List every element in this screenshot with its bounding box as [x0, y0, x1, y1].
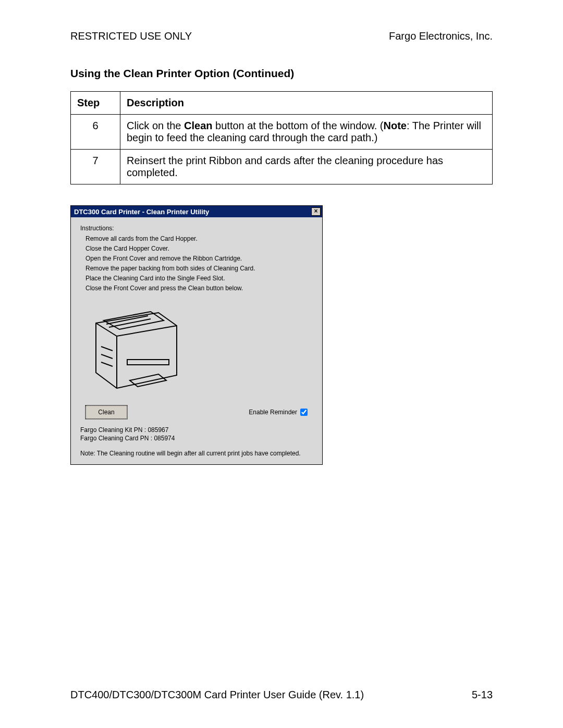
instructions-list: Remove all cards from the Card Hopper.Cl…	[85, 235, 313, 292]
step-number: 6	[71, 115, 120, 150]
dialog-note: Note: The Cleaning routine will begin af…	[80, 450, 313, 457]
col-step: Step	[71, 92, 120, 115]
col-desc: Description	[120, 92, 493, 115]
instruction-line: Close the Card Hopper Cover.	[85, 245, 313, 252]
header-right: Fargo Electronics, Inc.	[389, 30, 493, 42]
instruction-line: Place the Cleaning Card into the Single …	[85, 275, 313, 282]
instruction-line: Remove the paper backing from both sides…	[85, 265, 313, 272]
close-icon[interactable]: ×	[311, 207, 321, 216]
instruction-line: Remove all cards from the Card Hopper.	[85, 235, 313, 242]
steps-table: Step Description 6Click on the Clean but…	[70, 91, 493, 184]
table-row: 6Click on the Clean button at the bottom…	[71, 115, 493, 150]
reminder-checkbox[interactable]	[300, 409, 308, 416]
instructions-label: Instructions:	[80, 225, 313, 232]
printer-illustration	[80, 297, 313, 401]
section-title: Using the Clean Printer Option (Continue…	[70, 67, 493, 80]
kit-pn: Fargo Cleaning Kit PN : 085967	[80, 426, 313, 435]
card-pn: Fargo Cleaning Card PN : 085974	[80, 435, 313, 443]
step-description: Reinsert the print Ribbon and cards afte…	[120, 150, 493, 184]
step-description: Click on the Clean button at the bottom …	[120, 115, 493, 150]
svg-rect-0	[127, 360, 169, 365]
instruction-line: Open the Front Cover and remove the Ribb…	[85, 255, 313, 262]
reminder-label: Enable Reminder	[249, 409, 297, 416]
clean-button[interactable]: Clean	[85, 405, 127, 419]
header-left: RESTRICTED USE ONLY	[70, 30, 192, 42]
step-number: 7	[71, 150, 120, 184]
footer-right: 5-13	[472, 689, 493, 701]
instruction-line: Close the Front Cover and press the Clea…	[85, 285, 313, 292]
table-row: 7Reinsert the print Ribbon and cards aft…	[71, 150, 493, 184]
dialog-title: DTC300 Card Printer - Clean Printer Util…	[74, 208, 209, 216]
enable-reminder[interactable]: Enable Reminder	[249, 409, 308, 416]
footer-left: DTC400/DTC300/DTC300M Card Printer User …	[70, 689, 364, 701]
dialog-titlebar: DTC300 Card Printer - Clean Printer Util…	[71, 206, 322, 217]
clean-printer-dialog: DTC300 Card Printer - Clean Printer Util…	[70, 205, 323, 465]
